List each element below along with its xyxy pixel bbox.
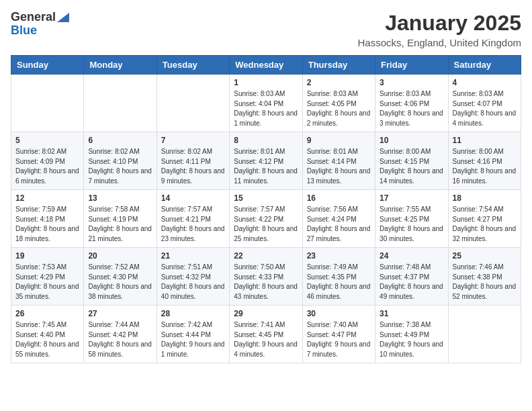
day-info: Sunrise: 8:03 AM Sunset: 4:05 PM Dayligh… — [307, 89, 371, 128]
calendar-cell: 27Sunrise: 7:44 AM Sunset: 4:42 PM Dayli… — [84, 306, 157, 363]
day-info: Sunrise: 7:56 AM Sunset: 4:24 PM Dayligh… — [307, 205, 371, 244]
logo-icon — [57, 13, 69, 22]
day-info: Sunrise: 7:57 AM Sunset: 4:22 PM Dayligh… — [234, 205, 298, 244]
calendar-cell: 16Sunrise: 7:56 AM Sunset: 4:24 PM Dayli… — [302, 190, 375, 248]
calendar-cell: 7Sunrise: 8:02 AM Sunset: 4:11 PM Daylig… — [157, 132, 229, 190]
calendar-cell: 14Sunrise: 7:57 AM Sunset: 4:21 PM Dayli… — [157, 190, 229, 248]
day-info: Sunrise: 8:01 AM Sunset: 4:12 PM Dayligh… — [234, 147, 298, 186]
day-number: 25 — [453, 251, 517, 261]
day-number: 23 — [307, 251, 371, 261]
day-number: 17 — [380, 193, 443, 203]
day-number: 22 — [234, 251, 298, 261]
calendar-cell — [11, 75, 84, 132]
day-number: 2 — [307, 78, 371, 87]
day-info: Sunrise: 7:40 AM Sunset: 4:47 PM Dayligh… — [307, 320, 371, 359]
location-title: Hassocks, England, United Kingdom — [358, 37, 521, 48]
calendar-cell: 8Sunrise: 8:01 AM Sunset: 4:12 PM Daylig… — [230, 132, 302, 190]
calendar-cell: 10Sunrise: 8:00 AM Sunset: 4:15 PM Dayli… — [375, 132, 448, 190]
day-info: Sunrise: 8:02 AM Sunset: 4:11 PM Dayligh… — [161, 147, 225, 186]
day-number: 15 — [234, 193, 298, 203]
day-number: 28 — [161, 309, 225, 318]
weekday-header-sunday: Sunday — [11, 56, 84, 75]
weekday-header-tuesday: Tuesday — [157, 56, 229, 75]
calendar-cell — [157, 75, 229, 132]
calendar-cell: 30Sunrise: 7:40 AM Sunset: 4:47 PM Dayli… — [302, 306, 375, 363]
day-info: Sunrise: 8:02 AM Sunset: 4:09 PM Dayligh… — [15, 147, 79, 186]
weekday-header-monday: Monday — [84, 56, 157, 75]
day-info: Sunrise: 7:42 AM Sunset: 4:44 PM Dayligh… — [161, 320, 225, 359]
calendar-table: SundayMondayTuesdayWednesdayThursdayFrid… — [11, 55, 521, 363]
calendar-week-2: 5Sunrise: 8:02 AM Sunset: 4:09 PM Daylig… — [11, 132, 521, 190]
calendar-cell: 25Sunrise: 7:46 AM Sunset: 4:38 PM Dayli… — [448, 248, 521, 306]
calendar-cell: 6Sunrise: 8:02 AM Sunset: 4:10 PM Daylig… — [84, 132, 157, 190]
day-number: 14 — [161, 193, 225, 203]
calendar-cell: 3Sunrise: 8:03 AM Sunset: 4:06 PM Daylig… — [375, 75, 448, 132]
day-number: 7 — [161, 136, 225, 145]
day-number: 9 — [307, 136, 371, 145]
calendar-cell: 17Sunrise: 7:55 AM Sunset: 4:25 PM Dayli… — [375, 190, 448, 248]
day-info: Sunrise: 8:03 AM Sunset: 4:06 PM Dayligh… — [380, 89, 443, 128]
calendar-cell: 22Sunrise: 7:50 AM Sunset: 4:33 PM Dayli… — [230, 248, 302, 306]
calendar-cell: 24Sunrise: 7:48 AM Sunset: 4:37 PM Dayli… — [375, 248, 448, 306]
logo: General Blue — [11, 11, 69, 38]
calendar-cell: 5Sunrise: 8:02 AM Sunset: 4:09 PM Daylig… — [11, 132, 84, 190]
day-info: Sunrise: 7:57 AM Sunset: 4:21 PM Dayligh… — [161, 205, 225, 244]
day-number: 13 — [88, 193, 152, 203]
day-number: 1 — [234, 78, 298, 87]
calendar-week-1: 1Sunrise: 8:03 AM Sunset: 4:04 PM Daylig… — [11, 75, 521, 132]
calendar-cell: 29Sunrise: 7:41 AM Sunset: 4:45 PM Dayli… — [230, 306, 302, 363]
day-number: 30 — [307, 309, 371, 318]
calendar-cell: 15Sunrise: 7:57 AM Sunset: 4:22 PM Dayli… — [230, 190, 302, 248]
day-info: Sunrise: 8:00 AM Sunset: 4:15 PM Dayligh… — [380, 147, 443, 186]
day-number: 29 — [234, 309, 298, 318]
day-info: Sunrise: 7:49 AM Sunset: 4:35 PM Dayligh… — [307, 263, 371, 302]
logo-blue: Blue — [11, 24, 37, 37]
calendar-cell: 2Sunrise: 8:03 AM Sunset: 4:05 PM Daylig… — [302, 75, 375, 132]
day-number: 20 — [88, 251, 152, 261]
calendar-cell: 21Sunrise: 7:51 AM Sunset: 4:32 PM Dayli… — [157, 248, 229, 306]
svg-marker-0 — [57, 13, 69, 22]
calendar-cell: 20Sunrise: 7:52 AM Sunset: 4:30 PM Dayli… — [84, 248, 157, 306]
day-number: 8 — [234, 136, 298, 145]
day-info: Sunrise: 7:45 AM Sunset: 4:40 PM Dayligh… — [15, 320, 79, 359]
weekday-header-friday: Friday — [375, 56, 448, 75]
calendar-week-3: 12Sunrise: 7:59 AM Sunset: 4:18 PM Dayli… — [11, 190, 521, 248]
calendar-week-4: 19Sunrise: 7:53 AM Sunset: 4:29 PM Dayli… — [11, 248, 521, 306]
calendar-cell: 9Sunrise: 8:01 AM Sunset: 4:14 PM Daylig… — [302, 132, 375, 190]
day-number: 21 — [161, 251, 225, 261]
day-number: 18 — [453, 193, 517, 203]
day-number: 5 — [15, 136, 79, 145]
day-info: Sunrise: 8:03 AM Sunset: 4:07 PM Dayligh… — [453, 89, 517, 128]
calendar-cell: 1Sunrise: 8:03 AM Sunset: 4:04 PM Daylig… — [230, 75, 302, 132]
day-info: Sunrise: 7:38 AM Sunset: 4:49 PM Dayligh… — [380, 320, 443, 359]
day-info: Sunrise: 7:52 AM Sunset: 4:30 PM Dayligh… — [88, 263, 152, 302]
day-number: 16 — [307, 193, 371, 203]
calendar-cell — [84, 75, 157, 132]
calendar-body: 1Sunrise: 8:03 AM Sunset: 4:04 PM Daylig… — [11, 75, 521, 363]
calendar-week-5: 26Sunrise: 7:45 AM Sunset: 4:40 PM Dayli… — [11, 306, 521, 363]
day-number: 19 — [15, 251, 79, 261]
calendar-cell: 11Sunrise: 8:00 AM Sunset: 4:16 PM Dayli… — [448, 132, 521, 190]
calendar-cell: 4Sunrise: 8:03 AM Sunset: 4:07 PM Daylig… — [448, 75, 521, 132]
day-info: Sunrise: 8:01 AM Sunset: 4:14 PM Dayligh… — [307, 147, 371, 186]
day-info: Sunrise: 7:50 AM Sunset: 4:33 PM Dayligh… — [234, 263, 298, 302]
page-header: General Blue January 2025 Hassocks, Engl… — [11, 11, 521, 48]
day-info: Sunrise: 8:00 AM Sunset: 4:16 PM Dayligh… — [453, 147, 517, 186]
weekday-header-saturday: Saturday — [448, 56, 521, 75]
day-number: 10 — [380, 136, 443, 145]
day-info: Sunrise: 7:44 AM Sunset: 4:42 PM Dayligh… — [88, 320, 152, 359]
calendar-cell: 23Sunrise: 7:49 AM Sunset: 4:35 PM Dayli… — [302, 248, 375, 306]
day-number: 4 — [453, 78, 517, 87]
day-info: Sunrise: 7:48 AM Sunset: 4:37 PM Dayligh… — [380, 263, 443, 302]
day-number: 26 — [15, 309, 79, 318]
calendar-cell: 26Sunrise: 7:45 AM Sunset: 4:40 PM Dayli… — [11, 306, 84, 363]
day-number: 24 — [380, 251, 443, 261]
day-info: Sunrise: 8:02 AM Sunset: 4:10 PM Dayligh… — [88, 147, 152, 186]
calendar-cell: 19Sunrise: 7:53 AM Sunset: 4:29 PM Dayli… — [11, 248, 84, 306]
calendar-header-row: SundayMondayTuesdayWednesdayThursdayFrid… — [11, 56, 521, 75]
day-info: Sunrise: 7:54 AM Sunset: 4:27 PM Dayligh… — [453, 205, 517, 244]
calendar-cell: 12Sunrise: 7:59 AM Sunset: 4:18 PM Dayli… — [11, 190, 84, 248]
weekday-header-thursday: Thursday — [302, 56, 375, 75]
day-info: Sunrise: 7:55 AM Sunset: 4:25 PM Dayligh… — [380, 205, 443, 244]
day-info: Sunrise: 7:41 AM Sunset: 4:45 PM Dayligh… — [234, 320, 298, 359]
